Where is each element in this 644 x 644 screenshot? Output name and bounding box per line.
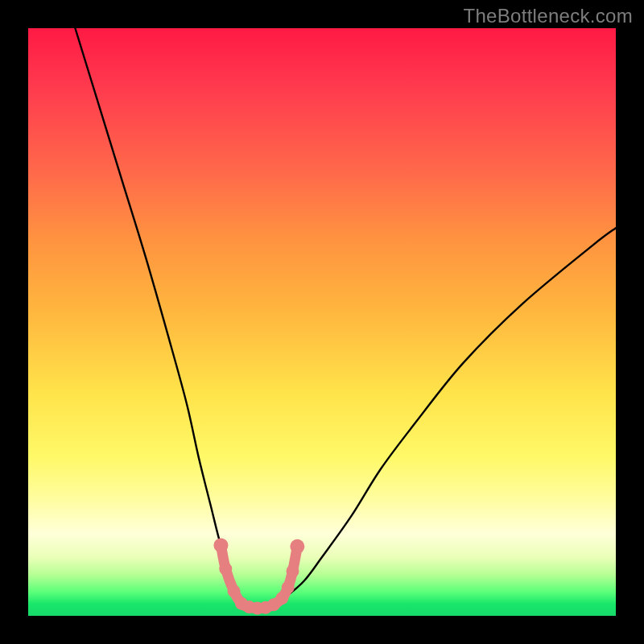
- chart-frame: TheBottleneck.com: [0, 0, 644, 644]
- basin-marker-dot: [282, 581, 295, 594]
- basin-marker-dot: [213, 538, 228, 552]
- chart-svg: [28, 28, 616, 616]
- curve-layer: [75, 28, 616, 615]
- watermark-text: TheBottleneck.com: [463, 5, 633, 27]
- basin-marker-dot: [290, 539, 304, 554]
- basin-marker-dot: [228, 584, 241, 597]
- basin-marker-dot: [219, 563, 232, 576]
- plot-area: [28, 28, 616, 616]
- basin-marker-dot: [287, 565, 299, 578]
- bottleneck-curve: [75, 28, 616, 609]
